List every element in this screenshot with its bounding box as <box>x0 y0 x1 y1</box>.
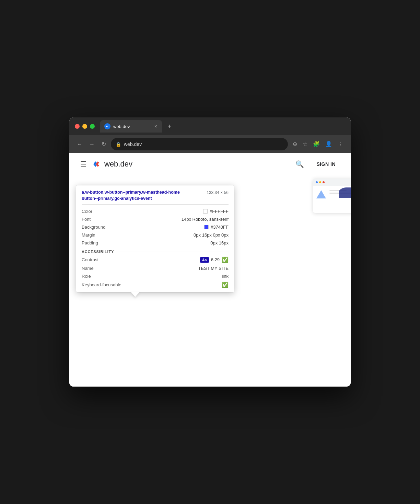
card-body <box>313 186 351 198</box>
prop-row-role: Role link <box>82 272 229 280</box>
prop-label-keyboard: Keyboard-focusable <box>82 282 121 287</box>
prop-row-color: Color #FFFFFF <box>82 207 229 215</box>
prop-label-margin: Margin <box>82 232 116 238</box>
card-dot-yellow <box>319 181 321 183</box>
tab-title: web.dev <box>113 124 151 129</box>
prop-value-margin: 0px 16px 0px 0px <box>194 232 229 238</box>
address-input-wrap[interactable]: 🔒 web.dev <box>111 138 288 150</box>
popup-arrow <box>131 292 139 297</box>
browser-window: web.dev × + ← → ↻ 🔒 web.dev ⊕ ☆ 🧩 👤 ⋮ ☰ <box>69 117 351 387</box>
prop-row-name: Name TEST MY SITE <box>82 264 229 272</box>
logo-chevron-icon <box>92 159 102 169</box>
traffic-lights <box>75 124 95 129</box>
account-button[interactable]: 👤 <box>323 139 334 149</box>
tab-close-button[interactable]: × <box>154 123 158 130</box>
browser-icons: ⊕ ☆ 🧩 👤 ⋮ <box>291 139 345 149</box>
new-tab-button[interactable]: + <box>165 121 174 132</box>
os-bar: web.dev × + <box>69 117 351 135</box>
address-bar: ← → ↻ 🔒 web.dev ⊕ ☆ 🧩 👤 ⋮ <box>69 135 351 153</box>
reload-button[interactable]: ↻ <box>100 139 108 149</box>
section-divider-line <box>117 252 229 252</box>
site-header: ☰ web.dev 🔍 SIGN IN <box>69 153 351 175</box>
extensions-button[interactable]: 🧩 <box>311 139 322 149</box>
tab-bar: web.dev × + <box>100 120 345 133</box>
tab-favicon <box>104 123 110 129</box>
prop-row-contrast: Contrast Aa 6.29 ✅ <box>82 255 229 264</box>
card-dot-blue <box>316 181 318 183</box>
search-icon[interactable]: 🔍 <box>293 157 307 171</box>
card-browser-bar <box>313 179 351 186</box>
prop-value-padding: 0px 16px <box>210 240 229 245</box>
prop-row-padding: Padding 0px 16px <box>82 239 229 247</box>
lock-icon: 🔒 <box>116 142 121 147</box>
prop-value-background: #3740FF <box>204 225 229 230</box>
zoom-button[interactable]: ⊕ <box>291 139 299 149</box>
prop-row-keyboard: Keyboard-focusable ✅ <box>82 280 229 289</box>
prop-row-margin: Margin 0px 16px 0px 0px <box>82 231 229 239</box>
prop-label-contrast: Contrast <box>82 257 116 262</box>
url-display: web.dev <box>124 141 283 147</box>
browser-tab[interactable]: web.dev × <box>100 120 162 133</box>
prop-row-font: Font 14px Roboto, sans-serif <box>82 215 229 223</box>
color-swatch-blue <box>204 225 209 229</box>
site-logo: web.dev <box>92 159 132 169</box>
webpage: ☰ web.dev 🔍 SIGN IN <box>69 153 351 387</box>
prop-label-name: Name <box>82 266 116 271</box>
traffic-light-yellow[interactable] <box>82 124 87 129</box>
popup-header: a.w-button.w-button--primary.w-masthead-… <box>76 185 234 204</box>
accessibility-section-label: ACCESSIBILITY <box>82 247 229 255</box>
prop-value-font: 14px Roboto, sans-serif <box>182 217 229 222</box>
browser-mockup-card <box>313 179 351 213</box>
traffic-light-green[interactable] <box>90 124 95 129</box>
popup-selector: a.w-button.w-button--primary.w-masthead-… <box>82 190 185 202</box>
popup-dimensions: 133.34 × 56 <box>207 190 229 195</box>
prop-value-contrast: Aa 6.29 ✅ <box>200 256 229 263</box>
sign-in-button[interactable]: SIGN IN <box>312 159 340 170</box>
prop-label-background: Background <box>82 225 116 230</box>
menu-button[interactable]: ⋮ <box>336 139 345 149</box>
color-swatch-white <box>203 209 208 214</box>
traffic-light-red[interactable] <box>75 124 80 129</box>
contrast-check-icon: ✅ <box>222 256 229 263</box>
bookmark-button[interactable]: ☆ <box>301 139 310 149</box>
card-triangle-icon <box>316 190 326 198</box>
prop-value-keyboard: ✅ <box>222 282 229 288</box>
hero-area: re of your own nd analysis TEST MY SITE … <box>69 175 351 270</box>
prop-label-font: Font <box>82 217 116 222</box>
popup-properties: Color #FFFFFF Font 14px Roboto, sans-ser… <box>76 205 234 292</box>
card-dot-red <box>323 181 325 183</box>
inspector-popup: a.w-button.w-button--primary.w-masthead-… <box>76 185 234 292</box>
card-wave-decoration <box>339 187 351 198</box>
prop-label-role: Role <box>82 274 116 279</box>
prop-label-padding: Padding <box>82 240 116 245</box>
prop-value-color: #FFFFFF <box>203 209 229 214</box>
prop-value-name: TEST MY SITE <box>198 266 229 271</box>
prop-label-color: Color <box>82 209 116 214</box>
hamburger-icon[interactable]: ☰ <box>80 160 86 168</box>
forward-button[interactable]: → <box>87 139 97 149</box>
site-name: web.dev <box>104 160 132 169</box>
keyboard-check-icon: ✅ <box>222 282 229 288</box>
back-button[interactable]: ← <box>75 139 84 149</box>
contrast-badge: Aa <box>200 257 209 263</box>
prop-row-background: Background #3740FF <box>82 223 229 231</box>
prop-value-role: link <box>222 274 229 279</box>
